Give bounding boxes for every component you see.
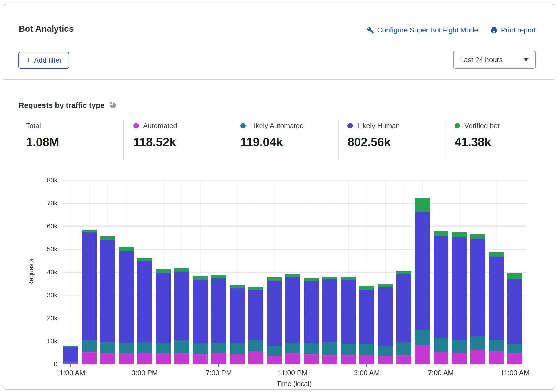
segment-likely-automated xyxy=(304,343,319,354)
bar-9-00-am[interactable] xyxy=(470,234,485,364)
stat-value: 1.08M xyxy=(26,135,59,149)
bar-7-00-am[interactable] xyxy=(434,231,448,364)
segment-likely-human xyxy=(193,280,208,343)
segment-automated xyxy=(378,356,393,364)
segment-verified-bot xyxy=(156,269,171,273)
segment-verified-bot xyxy=(470,234,485,239)
header-actions: Configure Super Bot Fight Mode Print rep… xyxy=(367,26,536,34)
y-tick-label: 50k xyxy=(36,245,57,253)
bar-11-00-pm[interactable] xyxy=(285,274,300,364)
plus-icon: + xyxy=(26,56,31,64)
x-gridline xyxy=(71,180,71,364)
segment-likely-automated xyxy=(100,342,115,353)
bar-2-00-pm[interactable] xyxy=(119,247,134,364)
bar-10-00-pm[interactable] xyxy=(267,277,282,364)
bar-6-00-pm[interactable] xyxy=(193,276,208,364)
segment-verified-bot xyxy=(174,268,189,272)
segment-likely-human xyxy=(100,240,115,342)
bar-11-00-am[interactable] xyxy=(507,273,522,364)
y-gridline xyxy=(61,364,527,364)
bar-9-00-pm[interactable] xyxy=(248,287,263,364)
legend-dot xyxy=(240,123,246,128)
y-tick-label: 40k xyxy=(36,268,57,276)
stat-value: 802.56k xyxy=(347,135,400,149)
chevron-down-icon xyxy=(523,58,529,61)
bar-10-00-am[interactable] xyxy=(489,252,504,364)
segment-verified-bot xyxy=(452,232,467,237)
segment-likely-human xyxy=(119,251,134,343)
segment-automated xyxy=(248,351,263,364)
bar-5-00-pm[interactable] xyxy=(174,268,189,364)
y-tick-label: 10k xyxy=(36,337,57,345)
segment-likely-automated xyxy=(378,346,393,356)
segment-automated xyxy=(137,353,152,364)
stat-divider xyxy=(232,120,232,160)
bar-12-00-pm[interactable] xyxy=(82,230,97,364)
stat-automated[interactable]: Automated118.52k xyxy=(133,121,177,149)
add-filter-button[interactable]: + Add filter xyxy=(18,52,69,69)
x-axis-title: Time (local) xyxy=(254,380,335,388)
stat-likely-automated[interactable]: Likely Automated119.04k xyxy=(240,121,304,149)
bar-12-00-am[interactable] xyxy=(304,278,319,364)
stat-divider xyxy=(446,120,446,160)
x-tick-label: 11:00 PM xyxy=(266,369,320,377)
bar-5-00-am[interactable] xyxy=(396,271,411,364)
bar-1-00-am[interactable] xyxy=(322,277,337,364)
segment-likely-automated xyxy=(267,346,282,356)
bar-8-00-am[interactable] xyxy=(452,232,467,364)
y-tick-label: 0 xyxy=(36,360,57,368)
bar-4-00-am[interactable] xyxy=(378,284,393,364)
segment-verified-bot xyxy=(434,231,448,236)
segment-likely-automated xyxy=(137,342,152,353)
segment-likely-automated xyxy=(489,340,504,351)
stat-verified-bot[interactable]: Verified bot41.38k xyxy=(455,121,500,149)
bar-1-00-pm[interactable] xyxy=(100,236,115,364)
segment-automated xyxy=(304,354,319,364)
x-tick-label: 3:00 AM xyxy=(340,369,394,377)
segment-automated xyxy=(193,354,208,364)
segment-likely-automated xyxy=(396,342,411,355)
segment-automated xyxy=(341,355,356,364)
bar-4-00-pm[interactable] xyxy=(156,269,171,364)
bar-6-00-am[interactable] xyxy=(415,198,430,364)
time-range-dropdown[interactable]: Last 24 hours xyxy=(453,51,536,69)
bar-3-00-pm[interactable] xyxy=(137,258,152,364)
segment-likely-human xyxy=(304,281,319,343)
y-tick-label: 60k xyxy=(36,222,57,230)
pie-chart-icon xyxy=(109,101,116,110)
segment-verified-bot xyxy=(63,346,78,347)
bar-2-00-am[interactable] xyxy=(341,277,356,364)
bar-11-00-am[interactable] xyxy=(63,346,78,364)
stat-value: 118.52k xyxy=(133,135,177,149)
segment-likely-human xyxy=(285,277,300,343)
stat-total[interactable]: Total1.08M xyxy=(26,121,59,149)
segment-likely-human xyxy=(156,273,171,343)
segment-automated xyxy=(156,353,171,364)
segment-likely-automated xyxy=(359,344,374,355)
segment-likely-automated xyxy=(63,361,78,363)
segment-verified-bot xyxy=(304,278,319,281)
bar-8-00-pm[interactable] xyxy=(230,285,245,364)
segment-verified-bot xyxy=(100,236,115,240)
stat-likely-human[interactable]: Likely Human802.56k xyxy=(347,121,400,149)
segment-automated xyxy=(211,353,226,364)
segment-verified-bot xyxy=(378,284,393,287)
legend-dot xyxy=(347,123,353,128)
stat-value: 41.38k xyxy=(455,135,500,149)
segment-automated xyxy=(489,351,504,364)
bar-3-00-am[interactable] xyxy=(359,286,374,364)
segment-automated xyxy=(100,353,115,364)
segment-likely-human xyxy=(452,237,467,340)
y-tick-label: 70k xyxy=(36,200,57,207)
segment-verified-bot xyxy=(359,286,374,290)
print-report-link[interactable]: Print report xyxy=(490,26,536,34)
segment-likely-human xyxy=(322,279,337,342)
segment-likely-human xyxy=(378,287,393,346)
bar-7-00-pm[interactable] xyxy=(211,275,226,364)
segment-verified-bot xyxy=(341,277,356,280)
segment-likely-human xyxy=(82,232,97,340)
segment-likely-human xyxy=(174,272,189,340)
stat-label: Verified bot xyxy=(464,122,500,130)
configure-super-bot-fight-mode-link[interactable]: Configure Super Bot Fight Mode xyxy=(367,26,478,34)
segment-likely-automated xyxy=(211,343,226,353)
